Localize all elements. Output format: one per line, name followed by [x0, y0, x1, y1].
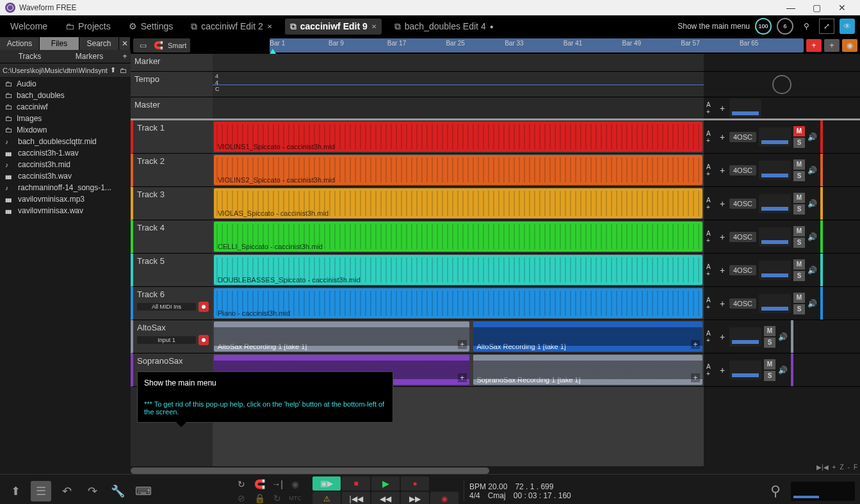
add-insert-button[interactable]: + [718, 132, 727, 142]
actions-tab[interactable]: Actions [0, 37, 40, 50]
file-item[interactable]: Mixdown [0, 124, 131, 136]
speaker-icon[interactable]: 🔊 [807, 266, 818, 275]
mute-button[interactable]: M [793, 226, 805, 236]
mute-button[interactable]: M [793, 259, 805, 270]
add-insert-button[interactable]: + [718, 332, 727, 342]
mute-button[interactable]: M [793, 193, 805, 203]
mute-button[interactable]: M [764, 326, 775, 336]
solo-button[interactable]: S [793, 271, 805, 281]
solo-button[interactable]: S [793, 171, 805, 181]
tempo-header[interactable]: Tempo [131, 72, 213, 97]
track-input-selector[interactable]: Input 1 [137, 336, 196, 344]
mtc-label[interactable]: MTC [288, 492, 302, 504]
file-item[interactable]: caccinist3h.wav [0, 170, 131, 182]
automation-label[interactable]: A + [706, 101, 715, 115]
automation-toggle[interactable]: A + [706, 330, 715, 344]
tempo-knob[interactable] [772, 75, 791, 94]
track-lane[interactable]: Piano - caccinist3h.mid [213, 287, 704, 320]
horizontal-scrollbar[interactable]: ▶|◀ + Z - F [131, 466, 704, 474]
add-fx-button[interactable]: ◉ [842, 39, 857, 52]
track-input-selector[interactable]: All MIDI Ins [137, 303, 196, 311]
project-tab-0[interactable]: ⧉ cacciniwf Edit 2 ✕ [186, 19, 277, 35]
track-lane[interactable]: CELLI_Spiccato - caccinist3h.mid [213, 220, 704, 254]
volume-fader[interactable] [729, 327, 761, 346]
mute-button[interactable]: M [793, 159, 805, 170]
forward-button[interactable]: ▶▶ [401, 492, 429, 505]
cpu-meter[interactable]: 100 [755, 18, 772, 35]
stop-button[interactable]: ■ [342, 476, 370, 491]
file-item[interactable]: cacciniwf [0, 101, 131, 113]
position-bars[interactable]: 72 . 1 . 699 [515, 482, 553, 491]
audio-clip[interactable]: AltoSax Recording 1 [take 1]+ [473, 321, 703, 352]
warning-icon[interactable]: ⚠ [312, 492, 341, 505]
play-loop-button[interactable]: ▣▶ [312, 476, 341, 491]
file-item[interactable]: bach_doubles [0, 90, 131, 101]
metronome-icon[interactable]: ◉ [288, 478, 302, 490]
plugin-slot[interactable]: 4OSC [729, 265, 756, 275]
add-insert-button[interactable]: + [718, 365, 727, 375]
automation-toggle[interactable]: A + [706, 297, 715, 311]
expand-clip-icon[interactable]: + [691, 373, 700, 382]
markers-tab[interactable]: Markers [60, 50, 119, 63]
add-insert-button[interactable]: + [718, 265, 727, 275]
plugin-slot[interactable]: 4OSC [729, 298, 756, 309]
bpm-display[interactable]: BPM 20.00 [469, 482, 507, 491]
add-plugin-button[interactable]: + [718, 103, 727, 113]
home-folder-icon[interactable]: 🗀 [118, 65, 128, 76]
plugin-slot[interactable]: 4OSC [729, 199, 756, 209]
marker-header[interactable]: Marker [131, 54, 213, 72]
midi-clip[interactable]: Piano - caccinist3h.mid [214, 288, 702, 318]
up-folder-icon[interactable]: ⬆ [108, 65, 118, 76]
track-header[interactable]: Track 1 [131, 120, 213, 154]
automation-toggle[interactable]: A + [706, 197, 715, 211]
refresh-icon[interactable]: ↻ [270, 492, 284, 504]
current-path[interactable]: C:\Users\koji\Music\dtm\Windsynth [3, 67, 108, 74]
midi-clip[interactable]: VIOLAS_Spiccato - caccinist3h.mid [214, 188, 702, 218]
speaker-icon[interactable]: 🔊 [807, 199, 818, 208]
track-header[interactable]: Track 3 [131, 187, 213, 220]
volume-fader[interactable] [759, 194, 791, 213]
close-tab-icon[interactable]: ✕ [267, 23, 272, 30]
cpu-meter-2[interactable]: 6 [777, 18, 793, 35]
snap-magnet-icon[interactable]: 🧲 [252, 478, 266, 490]
master-fader[interactable] [729, 99, 761, 118]
midi-clip[interactable]: VIOLINS1_Spiccato - caccinist3h.mid [214, 122, 702, 152]
record-arm-icon[interactable] [199, 335, 209, 345]
export-button[interactable]: ⬆ [5, 481, 26, 501]
close-tab-icon[interactable]: ✕ [371, 23, 377, 30]
midi-clip[interactable]: VIOLINS2_Spiccato - caccinist3h.mid [214, 155, 702, 185]
wrench-icon[interactable]: 🔧 [108, 481, 128, 501]
speaker-icon[interactable]: 🔊 [807, 232, 818, 241]
master-output-meter[interactable] [791, 482, 855, 501]
record-button[interactable]: ● [401, 476, 429, 491]
mute-button[interactable]: M [764, 359, 775, 370]
magnet-icon[interactable]: 🧲 [152, 40, 164, 51]
tempo-lane[interactable]: 4 4 C [213, 72, 704, 97]
tool-icon[interactable]: ▭ [137, 40, 149, 51]
eye-icon[interactable]: 👁 [840, 19, 855, 34]
project-tab-1[interactable]: ⧉ cacciniwf Edit 9 ✕ [285, 19, 382, 35]
automation-toggle[interactable]: A + [706, 363, 715, 377]
welcome-tab[interactable]: Welcome [5, 19, 53, 34]
master-header[interactable]: Master [131, 97, 213, 120]
zoom-waveform-icon[interactable]: ▶|◀ [816, 464, 829, 471]
file-item[interactable]: Images [0, 113, 131, 124]
add-marker-button[interactable]: + [119, 50, 131, 63]
expand-icon[interactable]: ⤢ [819, 19, 834, 34]
solo-button[interactable]: S [793, 138, 805, 148]
speaker-icon[interactable]: 🔊 [778, 366, 788, 375]
smart-snap-label[interactable]: Smart [168, 42, 186, 49]
zoom-label[interactable]: Z [840, 464, 843, 471]
speaker-icon[interactable]: 🔊 [807, 133, 818, 142]
volume-fader[interactable] [759, 294, 791, 313]
undo-button[interactable]: ↶ [56, 481, 77, 501]
link-icon[interactable]: ⊘ [234, 492, 248, 504]
plugin-slot[interactable]: 4OSC [729, 165, 756, 175]
track-header[interactable]: Track 5 [131, 254, 213, 287]
rewind-button[interactable]: ◀◀ [371, 492, 400, 505]
time-signature[interactable]: 4/4 [469, 491, 480, 500]
solo-button[interactable]: S [764, 337, 775, 348]
maximize-button[interactable]: ▢ [804, 0, 829, 15]
automation-toggle[interactable]: A + [706, 263, 715, 277]
midi-clip[interactable]: DOUBLEBASSES_Spiccato - caccinist3h.mid [214, 255, 702, 285]
